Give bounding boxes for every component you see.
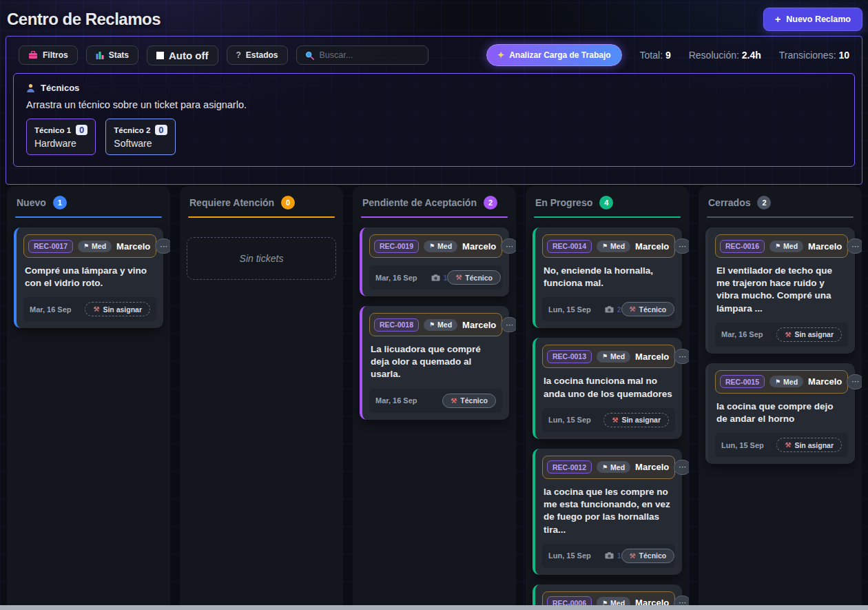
tools-icon: ⚒ (93, 305, 99, 313)
technician-icon (26, 83, 35, 93)
ticket-title: Compré una lámpara y vino con el vidrio … (25, 265, 155, 289)
ticket-card[interactable]: REC-0012 ⚑ Med Marcelo ⋯ la cocina que l… (533, 449, 682, 575)
search-input[interactable] (320, 50, 416, 60)
card-menu-button[interactable]: ⋯ (155, 238, 170, 254)
priority-badge: ⚑ Med (424, 319, 457, 331)
tools-icon: ⚒ (455, 274, 462, 281)
horizontal-scrollbar[interactable] (0, 605, 868, 610)
ticket-id-badge: REC-0017 (28, 240, 73, 253)
flag-icon: ⚑ (429, 243, 435, 250)
ticket-date: Mar, 16 Sep (375, 274, 417, 282)
analyze-workload-button[interactable]: ✦ Analizar Carga de Trabajo (486, 44, 621, 66)
assign-button[interactable]: ⚒ Técnico (621, 302, 675, 316)
ticket-card[interactable]: REC-0016 ⚑ Med Marcelo ⋯ El ventilador d… (705, 227, 855, 354)
column-title: En Progreso (535, 197, 592, 208)
priority-label: Med (610, 463, 625, 471)
customer-name: Marcelo (635, 352, 669, 362)
ticket-footer: Lun, 15 Sep ⚒ Sin asignar (715, 433, 848, 457)
ticket-card[interactable]: REC-0019 ⚑ Med Marcelo ⋯ Mar, 16 Sep 1 ⚒ (360, 227, 509, 296)
priority-label: Med (437, 321, 452, 329)
customer-name: Marcelo (635, 241, 669, 252)
ticket-header: REC-0013 ⚑ Med Marcelo ⋯ (542, 345, 675, 368)
priority-label: Med (437, 242, 452, 250)
states-button[interactable]: ? Estados (227, 45, 288, 65)
assign-button[interactable]: ⚒ Técnico (442, 394, 496, 408)
photos-indicator: 1 (605, 551, 621, 560)
search-box[interactable] (296, 45, 428, 65)
priority-badge: ⚑ Med (597, 241, 630, 252)
column-title: Requiere Atención (189, 197, 274, 208)
technician-card[interactable]: Técnico 1 0 Hardware (26, 119, 96, 155)
technicians-title: Técnicos (41, 83, 79, 93)
assign-button[interactable]: ⚒ Sin asignar (603, 413, 669, 427)
flag-icon: ⚑ (602, 353, 608, 360)
photos-count: 1 (617, 551, 621, 560)
ticket-card[interactable]: REC-0015 ⚑ Med Marcelo ⋯ la cocina que c… (705, 363, 855, 464)
stats-button[interactable]: Stats (86, 45, 138, 65)
search-icon (305, 51, 314, 60)
priority-badge: ⚑ Med (424, 241, 457, 252)
auto-toggle-button[interactable]: Auto off (147, 45, 218, 65)
filters-button[interactable]: Filtros (19, 45, 78, 65)
camera-icon (431, 274, 440, 281)
card-menu-button[interactable]: ⋯ (674, 349, 689, 364)
column-count-badge: 0 (281, 196, 295, 210)
assign-label: Sin asignar (621, 416, 661, 424)
assign-label: Técnico (465, 274, 493, 282)
flag-icon: ⚑ (775, 378, 781, 385)
kanban-column: Requiere Atención 0 Sin tickets (180, 186, 343, 605)
technician-header: Técnico 2 0 (114, 125, 167, 135)
new-claim-label: Nuevo Reclamo (786, 14, 851, 24)
camera-icon (605, 552, 614, 559)
ticket-card[interactable]: REC-0006 ⚑ Med Marcelo ⋯ compre una coci… (533, 584, 682, 605)
priority-label: Med (610, 599, 625, 605)
ticket-card[interactable]: REC-0017 ⚑ Med Marcelo ⋯ Compré una lámp… (14, 227, 163, 328)
page-title: Centro de Reclamos (7, 10, 161, 29)
tools-icon: ⚒ (612, 416, 618, 424)
assign-button[interactable]: ⚒ Sin asignar (776, 438, 842, 452)
card-menu-button[interactable]: ⋯ (501, 238, 516, 254)
ticket-header: REC-0016 ⚑ Med Marcelo ⋯ (715, 234, 848, 258)
card-menu-button[interactable]: ⋯ (847, 374, 862, 389)
empty-column-placeholder: Sin tickets (187, 237, 336, 280)
column-title: Nuevo (17, 197, 46, 208)
card-menu-button[interactable]: ⋯ (674, 460, 689, 475)
ticket-card[interactable]: REC-0018 ⚑ Med Marcelo ⋯ La licuadora qu… (360, 306, 509, 420)
card-menu-button[interactable]: ⋯ (501, 317, 516, 332)
priority-label: Med (610, 352, 625, 360)
technicians-row: Técnico 1 0 Hardware Técnico 2 0 Softwar… (26, 119, 842, 155)
column-count-badge: 2 (757, 196, 771, 210)
toolbar: Filtros Stats Auto off ? Estados (6, 37, 862, 72)
assign-button[interactable]: ⚒ Sin asignar (776, 327, 842, 342)
column-header: Cerrados 2 (705, 194, 855, 210)
priority-badge: ⚑ Med (597, 351, 630, 363)
assign-label: Técnico (639, 551, 667, 560)
column-divider (361, 216, 508, 218)
priority-badge: ⚑ Med (769, 376, 803, 387)
stats-label: Stats (109, 50, 129, 60)
technician-card[interactable]: Técnico 2 0 Software (105, 119, 175, 155)
flag-icon: ⚑ (602, 464, 608, 471)
card-menu-button[interactable]: ⋯ (674, 596, 689, 605)
metric-transitions: Transiciones: 10 (779, 50, 849, 61)
tools-icon: ⚒ (630, 552, 636, 560)
assign-button[interactable]: ⚒ Técnico (447, 270, 501, 285)
customer-name: Marcelo (808, 376, 842, 387)
ticket-id-badge: REC-0016 (720, 240, 765, 253)
plus-icon: + (775, 14, 781, 25)
technician-count-badge: 0 (155, 125, 167, 135)
page-header: Centro de Reclamos + Nuevo Reclamo (7, 6, 862, 33)
assign-button[interactable]: ⚒ Técnico (621, 549, 675, 563)
card-menu-button[interactable]: ⋯ (847, 238, 862, 254)
column-card-list: REC-0014 ⚑ Med Marcelo ⋯ No, enciende la… (533, 227, 682, 605)
ticket-footer: Mar, 16 Sep 1 ⚒ Técnico (369, 265, 502, 289)
new-claim-button[interactable]: + Nuevo Reclamo (763, 8, 862, 31)
ticket-footer: Lun, 15 Sep 1 ⚒ Técnico (542, 544, 675, 568)
technician-name: Técnico 1 (34, 126, 71, 134)
ticket-card[interactable]: REC-0014 ⚑ Med Marcelo ⋯ No, enciende la… (533, 227, 682, 328)
assign-button[interactable]: ⚒ Sin asignar (85, 302, 150, 316)
ticket-card[interactable]: REC-0013 ⚑ Med Marcelo ⋯ la cocina funci… (533, 338, 682, 438)
top-panel: Filtros Stats Auto off ? Estados (6, 36, 862, 185)
card-menu-button[interactable]: ⋯ (674, 238, 689, 254)
states-label: Estados (246, 50, 278, 60)
